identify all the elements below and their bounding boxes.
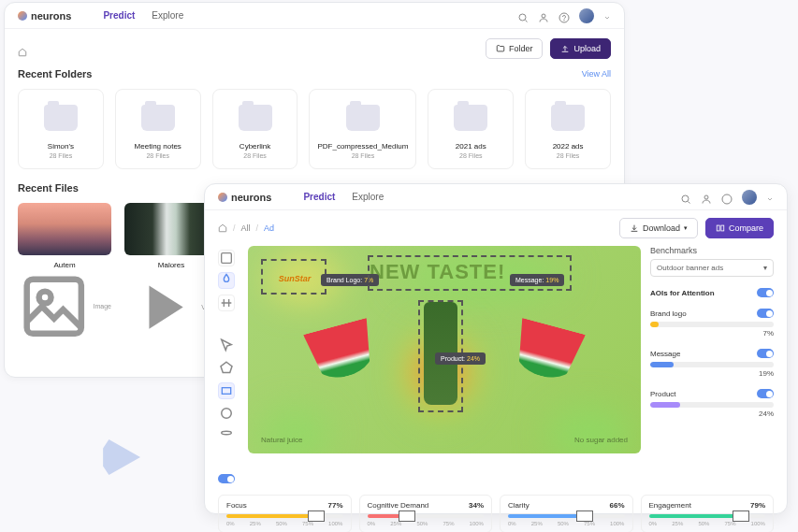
folder-icon bbox=[141, 105, 175, 131]
nav-predict[interactable]: Predict bbox=[103, 10, 135, 21]
tool-sidebar bbox=[218, 246, 239, 487]
folder-icon bbox=[44, 105, 78, 131]
search-icon[interactable] bbox=[680, 192, 691, 203]
folder-button[interactable]: Folder bbox=[486, 38, 544, 59]
folder-card[interactable]: PDF_compressed_Medium28 Files bbox=[309, 89, 416, 169]
avatar[interactable] bbox=[579, 8, 594, 23]
nav-explore[interactable]: Explore bbox=[152, 10, 183, 21]
topbar: neurons Predict Explore bbox=[5, 3, 624, 29]
folder-meta: 28 Files bbox=[123, 152, 193, 159]
upload-button[interactable]: Upload bbox=[550, 38, 611, 59]
folder-name: 2022 ads bbox=[533, 142, 602, 151]
svg-point-6 bbox=[682, 195, 689, 202]
folder-name: Cyberlink bbox=[221, 142, 290, 151]
ad-caption-right: No sugar added bbox=[574, 436, 628, 444]
tool-pointer-icon[interactable] bbox=[218, 338, 235, 354]
benchmarks-select[interactable]: Outdoor banner ads▾ bbox=[650, 259, 774, 277]
aois-toggle[interactable] bbox=[757, 288, 774, 297]
aoi-name: Product bbox=[650, 390, 757, 398]
logo[interactable]: neurons bbox=[18, 10, 71, 22]
folder-card[interactable]: Simon's28 Files bbox=[18, 89, 104, 169]
metric-name: Focus bbox=[226, 501, 247, 510]
svg-point-8 bbox=[722, 194, 732, 204]
search-icon[interactable] bbox=[517, 10, 529, 22]
metric-card: Cognitive Demand34%0%25%50%75%100% bbox=[359, 495, 493, 532]
tool-polygon-icon[interactable] bbox=[218, 360, 235, 377]
aoi-pct: 24% bbox=[650, 410, 774, 418]
folder-card[interactable]: Meeting notes28 Files bbox=[115, 89, 201, 169]
nav-explore[interactable]: Explore bbox=[352, 192, 384, 202]
chevron-down-icon[interactable] bbox=[603, 10, 611, 22]
folder-card[interactable]: 2021 ads28 Files bbox=[428, 89, 514, 169]
tool-gaze-icon[interactable] bbox=[218, 295, 235, 311]
breadcrumb-all[interactable]: All bbox=[241, 223, 251, 233]
topbar: neurons Predict Explore bbox=[205, 184, 787, 210]
aois-title: AOIs for Attention bbox=[650, 289, 757, 297]
tool-circle-icon[interactable] bbox=[218, 405, 235, 422]
user-icon[interactable] bbox=[538, 10, 549, 22]
benchmarks-label: Benchmarks bbox=[650, 246, 774, 255]
aoi-bar bbox=[650, 322, 774, 327]
tool-lasso-icon[interactable] bbox=[218, 427, 235, 444]
file-name: Autem bbox=[18, 261, 111, 269]
aoi-toggle[interactable] bbox=[757, 309, 774, 318]
aoi-pct: 19% bbox=[650, 369, 774, 378]
folder-name: PDF_compressed_Medium bbox=[317, 142, 408, 151]
metric-ticks: 0%25%50%75%100% bbox=[508, 521, 625, 526]
metric-card: Engagement79%0%25%50%75%100% bbox=[641, 495, 775, 532]
aoi-toggle[interactable] bbox=[757, 389, 774, 398]
benchmarks-panel: Benchmarks Outdoor banner ads▾ AOIs for … bbox=[650, 246, 774, 487]
tool-rectangle-icon[interactable] bbox=[218, 382, 235, 399]
aoi-label-product: Product:24% bbox=[435, 352, 486, 365]
tool-toggle-icon[interactable] bbox=[218, 470, 235, 487]
analysis-window: neurons Predict Explore / All / Ad Downl… bbox=[204, 183, 788, 514]
svg-rect-10 bbox=[721, 225, 724, 231]
compare-button[interactable]: Compare bbox=[705, 218, 774, 238]
file-thumbnail bbox=[18, 203, 111, 255]
home-icon[interactable] bbox=[218, 223, 227, 233]
file-card[interactable]: AutemImage bbox=[18, 203, 111, 344]
folder-icon bbox=[454, 105, 487, 131]
metric-bar bbox=[226, 514, 343, 518]
folder-name: Simon's bbox=[26, 142, 95, 151]
folder-card[interactable]: Cyberlink28 Files bbox=[212, 89, 298, 169]
ad-preview[interactable]: SunStar NEW TASTE! Brand Logo:7% Message… bbox=[248, 246, 641, 453]
aoi-toggle[interactable] bbox=[757, 349, 774, 358]
folder-name: Meeting notes bbox=[123, 142, 193, 151]
user-icon[interactable] bbox=[701, 192, 712, 203]
folder-icon bbox=[551, 105, 585, 131]
view-all-link[interactable]: View All bbox=[582, 69, 611, 79]
avatar[interactable] bbox=[742, 190, 757, 205]
metric-ticks: 0%25%50%75%100% bbox=[368, 521, 485, 526]
logo[interactable]: neurons bbox=[218, 192, 271, 203]
nav-predict[interactable]: Predict bbox=[303, 192, 335, 202]
aoi-brand-logo[interactable] bbox=[261, 259, 326, 295]
help-icon[interactable] bbox=[559, 10, 570, 22]
svg-rect-9 bbox=[717, 225, 719, 231]
folder-meta: 28 Files bbox=[26, 152, 95, 159]
download-button[interactable]: Download▾ bbox=[619, 218, 698, 238]
folder-meta: 28 Files bbox=[436, 152, 505, 159]
home-icon[interactable] bbox=[18, 44, 27, 53]
aoi-pct: 7% bbox=[650, 329, 774, 338]
tool-heatmap-icon[interactable] bbox=[218, 272, 235, 289]
metric-value: 77% bbox=[327, 501, 342, 510]
recent-folders-title: Recent Folders bbox=[18, 68, 92, 79]
file-type: Image bbox=[18, 270, 111, 343]
folder-card[interactable]: 2022 ads28 Files bbox=[525, 89, 611, 169]
metric-name: Clarity bbox=[508, 501, 530, 510]
metric-name: Engagement bbox=[649, 501, 691, 510]
svg-point-3 bbox=[564, 20, 565, 21]
folder-icon bbox=[346, 105, 380, 131]
aoi-bar bbox=[650, 402, 774, 408]
metric-value: 66% bbox=[609, 501, 624, 510]
folder-meta: 28 Files bbox=[533, 152, 602, 159]
folder-meta: 28 Files bbox=[317, 152, 408, 159]
tool-image-icon[interactable] bbox=[218, 250, 235, 266]
svg-point-2 bbox=[559, 13, 569, 22]
svg-point-7 bbox=[704, 195, 708, 199]
svg-point-13 bbox=[222, 409, 232, 419]
recent-files-title: Recent Files bbox=[18, 182, 79, 194]
help-icon[interactable] bbox=[721, 192, 733, 203]
chevron-down-icon[interactable] bbox=[766, 192, 774, 203]
